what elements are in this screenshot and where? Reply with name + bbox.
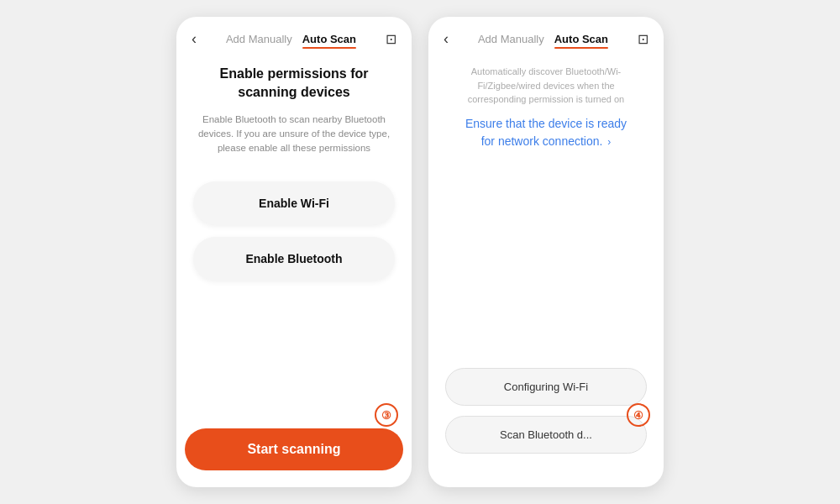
step-4-badge: ④ bbox=[627, 403, 650, 427]
tab-add-manually[interactable]: Add Manually bbox=[226, 33, 292, 45]
header-tabs: Add Manually Auto Scan bbox=[226, 33, 356, 45]
panel-2: ‹ Add Manually Auto Scan ⊡ Automatically… bbox=[428, 17, 664, 487]
permissions-desc: Enable Bluetooth to scan nearby Bluetoot… bbox=[193, 113, 395, 156]
panel2-tab-auto-scan[interactable]: Auto Scan bbox=[554, 33, 608, 45]
chevron-right-icon: › bbox=[607, 136, 611, 148]
scan-bluetooth-button[interactable]: Scan Bluetooth d... bbox=[445, 416, 647, 454]
panel-1: ‹ Add Manually Auto Scan ⊡ Enable permis… bbox=[176, 17, 412, 487]
panel2-tab-add-manually[interactable]: Add Manually bbox=[478, 33, 544, 45]
start-scanning-button[interactable]: Start scanning bbox=[185, 428, 403, 470]
enable-wifi-button[interactable]: Enable Wi-Fi bbox=[193, 181, 395, 225]
ensure-link[interactable]: Ensure that the device is ready for netw… bbox=[445, 115, 647, 150]
panel2-content: Automatically discover Bluetooth/Wi-Fi/Z… bbox=[428, 56, 664, 487]
step-3-badge: ③ bbox=[375, 403, 398, 427]
permissions-title: Enable permissions for scanning devices bbox=[193, 65, 395, 102]
scan-icon[interactable]: ⊡ bbox=[386, 31, 396, 47]
panel1-header: ‹ Add Manually Auto Scan ⊡ bbox=[176, 17, 412, 56]
panel1-content: Enable permissions for scanning devices … bbox=[176, 56, 412, 428]
toggle-buttons: Enable Wi-Fi Enable Bluetooth bbox=[193, 181, 395, 281]
panel2-back-icon[interactable]: ‹ bbox=[444, 30, 449, 48]
enable-bluetooth-button[interactable]: Enable Bluetooth bbox=[193, 237, 395, 281]
panel2-header: ‹ Add Manually Auto Scan ⊡ bbox=[428, 17, 664, 56]
configuring-wifi-button[interactable]: Configuring Wi-Fi bbox=[445, 368, 647, 406]
panel2-description: Automatically discover Bluetooth/Wi-Fi/Z… bbox=[445, 65, 647, 107]
panel2-scan-icon[interactable]: ⊡ bbox=[638, 31, 648, 47]
scan-status-buttons: Configuring Wi-Fi Scan Bluetooth d... bbox=[445, 368, 647, 470]
back-icon[interactable]: ‹ bbox=[192, 30, 197, 48]
ensure-text: Ensure that the device is ready for netw… bbox=[465, 117, 627, 148]
tab-auto-scan[interactable]: Auto Scan bbox=[302, 33, 356, 45]
panel2-header-tabs: Add Manually Auto Scan bbox=[478, 33, 608, 45]
